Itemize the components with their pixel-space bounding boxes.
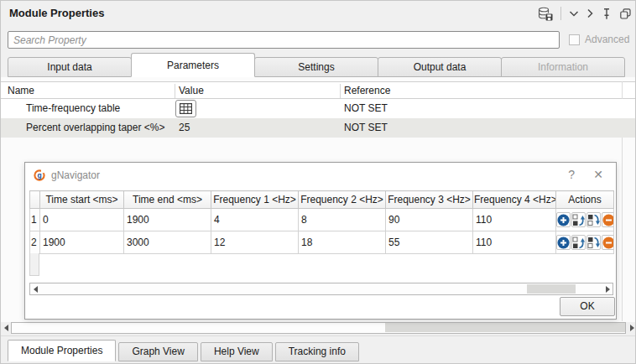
cell-time-end[interactable]: 3000 [124, 231, 211, 254]
svg-text:g: g [37, 171, 41, 179]
dock-tabbar: Module Properties Graph View Help View T… [8, 340, 362, 361]
cell-frequency-1[interactable]: 12 [211, 231, 299, 254]
row-number-header [30, 191, 40, 209]
header-divider [175, 84, 175, 98]
scroll-right-arrow[interactable] [602, 283, 613, 294]
main-horizontal-scrollbar [1, 322, 636, 335]
property-value[interactable]: 25 [179, 118, 190, 138]
chevron-right-icon[interactable] [586, 8, 594, 18]
table-row: 1 0 1900 4 8 90 110 [30, 209, 614, 231]
cell-time-start[interactable]: 1900 [40, 231, 124, 254]
dialog-titlebar: g gNavigator [25, 163, 616, 188]
row-number: 1 [30, 209, 40, 231]
scrollbar-thumb[interactable] [385, 323, 625, 332]
table-row: 2 1900 3000 12 18 55 110 [30, 231, 614, 254]
scroll-left-arrow[interactable] [1, 322, 11, 333]
move-row-down-icon[interactable] [586, 212, 601, 227]
move-row-up-icon[interactable] [571, 235, 586, 250]
scroll-left-arrow[interactable] [30, 283, 40, 294]
database-save-icon[interactable] [538, 7, 553, 21]
advanced-checkbox[interactable] [569, 34, 580, 45]
tab-settings[interactable]: Settings [254, 57, 378, 77]
remove-row-icon[interactable] [602, 212, 614, 227]
dialog-title: gNavigator [51, 169, 100, 181]
cell-time-start[interactable]: 0 [40, 209, 124, 231]
cell-frequency-1[interactable]: 4 [211, 209, 299, 231]
frequency-table-header: Time start <ms> Time end <ms> Frequency … [30, 191, 614, 209]
help-button[interactable]: ? [568, 168, 575, 181]
property-row-time-frequency-table[interactable]: Time-frequency table NOT SET [1, 99, 636, 118]
dock-tab-tracking-info[interactable]: Tracking info [275, 342, 359, 361]
module-properties-panel: Module Properties Advanc [0, 0, 636, 364]
cell-frequency-3[interactable]: 90 [386, 209, 473, 231]
panel-title: Module Properties [9, 7, 104, 19]
cell-frequency-4[interactable]: 110 [473, 209, 556, 231]
move-row-down-icon[interactable] [586, 235, 601, 250]
col-reference: Reference [344, 85, 390, 96]
col-value: Value [179, 85, 204, 96]
property-tabbar: Input data Parameters Settings Output da… [8, 53, 624, 77]
cell-time-end[interactable]: 1900 [124, 209, 211, 231]
col-time-end: Time end <ms> [124, 191, 211, 209]
gnavigator-dialog: g gNavigator ? ✕ Time start <ms> Time en… [24, 162, 617, 320]
add-row-icon[interactable] [556, 212, 571, 227]
property-reference: NOT SET [344, 118, 388, 138]
scroll-right-arrow[interactable] [627, 322, 636, 333]
table-grid-icon[interactable] [175, 100, 196, 117]
cell-frequency-3[interactable]: 55 [386, 231, 473, 254]
tab-information: Information [501, 57, 625, 77]
row-number: 2 [30, 231, 40, 254]
search-input[interactable] [8, 31, 560, 49]
add-row-icon[interactable] [556, 235, 571, 250]
dialog-horizontal-scrollbar [29, 283, 613, 295]
col-name: Name [8, 85, 34, 96]
row-number-gutter [29, 253, 39, 276]
ok-button[interactable]: OK [560, 297, 615, 316]
tab-output-data[interactable]: Output data [378, 57, 502, 77]
bottom-separator [1, 335, 636, 336]
cell-frequency-2[interactable]: 8 [299, 209, 386, 231]
frequency-table: Time start <ms> Time end <ms> Frequency … [29, 190, 614, 254]
dock-tab-module-properties[interactable]: Module Properties [8, 340, 116, 361]
col-frequency-4: Frequency 4 <Hz> [473, 191, 556, 209]
scrollbar-thumb[interactable] [527, 284, 576, 294]
property-reference: NOT SET [344, 99, 388, 118]
property-name: Percent overlapping taper <%> [26, 118, 164, 138]
tab-parameters[interactable]: Parameters [131, 53, 255, 77]
pin-icon[interactable] [602, 8, 612, 20]
titlebar-separator [560, 7, 561, 20]
col-frequency-1: Frequency 1 <Hz> [211, 191, 299, 209]
col-time-start: Time start <ms> [40, 191, 124, 209]
remove-row-icon[interactable] [602, 235, 614, 250]
tab-input-data[interactable]: Input data [8, 57, 132, 77]
gnavigator-logo-icon: g [34, 169, 45, 181]
titlebar-icon-group [538, 6, 632, 21]
col-actions: Actions [556, 191, 614, 209]
advanced-option: Advanced [569, 34, 629, 45]
cell-frequency-4[interactable]: 110 [473, 231, 556, 254]
float-window-icon[interactable] [619, 8, 632, 20]
move-row-up-icon[interactable] [571, 212, 586, 227]
property-name: Time-frequency table [26, 99, 120, 118]
property-row-percent-overlapping-taper[interactable]: Percent overlapping taper <%> 25 NOT SET [1, 118, 636, 138]
dock-tab-help-view[interactable]: Help View [201, 342, 273, 361]
header-divider [340, 84, 341, 98]
close-icon[interactable]: ✕ [593, 168, 603, 181]
advanced-label: Advanced [585, 34, 629, 45]
dock-tab-graph-view[interactable]: Graph View [118, 342, 197, 361]
cell-frequency-2[interactable]: 18 [299, 231, 386, 254]
chevron-down-icon[interactable] [569, 10, 579, 18]
col-frequency-2: Frequency 2 <Hz> [299, 191, 386, 209]
property-table-header: Name Value Reference [1, 81, 636, 99]
col-frequency-3: Frequency 3 <Hz> [386, 191, 473, 209]
